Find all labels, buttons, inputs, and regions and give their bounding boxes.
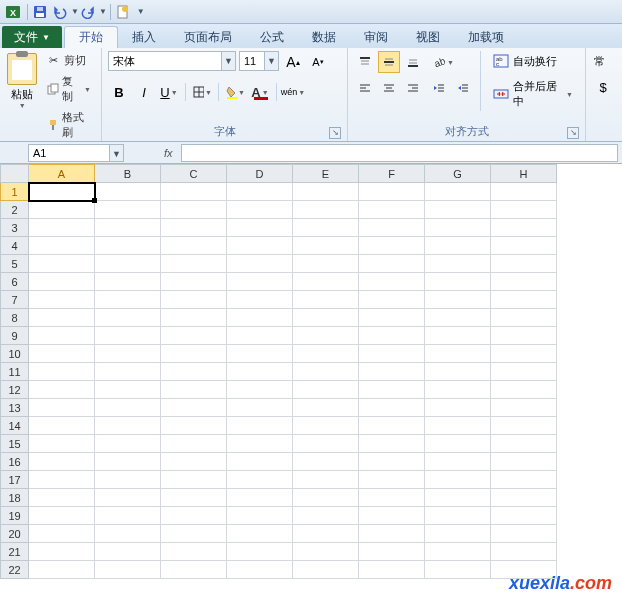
cell[interactable] (227, 471, 293, 489)
row-header[interactable]: 22 (1, 561, 29, 579)
cell[interactable] (425, 543, 491, 561)
cell[interactable] (95, 363, 161, 381)
fx-label[interactable]: fx (164, 147, 173, 159)
column-header[interactable]: A (29, 165, 95, 183)
copy-button[interactable]: 复制 ▼ (43, 72, 95, 106)
cell[interactable] (425, 417, 491, 435)
cell[interactable] (95, 471, 161, 489)
cell[interactable] (161, 507, 227, 525)
number-format-combo[interactable]: 常 (592, 51, 607, 72)
dialog-launcher-icon[interactable]: ↘ (567, 127, 579, 139)
cell[interactable] (359, 471, 425, 489)
cell[interactable] (95, 435, 161, 453)
qat-customize-icon[interactable]: ▼ (137, 7, 145, 16)
cell[interactable] (29, 273, 95, 291)
cell[interactable] (161, 183, 227, 201)
align-right-button[interactable] (402, 77, 424, 99)
cell[interactable] (359, 435, 425, 453)
orientation-button[interactable]: ab▼ (428, 51, 458, 73)
cell[interactable] (359, 453, 425, 471)
cell[interactable] (293, 201, 359, 219)
cell[interactable] (425, 525, 491, 543)
cell[interactable] (491, 201, 557, 219)
cell[interactable] (491, 543, 557, 561)
currency-button[interactable]: $ (592, 76, 614, 98)
cell[interactable] (161, 237, 227, 255)
formula-input[interactable] (181, 144, 618, 162)
save-icon[interactable] (31, 3, 49, 21)
cell[interactable] (227, 345, 293, 363)
cell[interactable] (227, 255, 293, 273)
cell[interactable] (293, 489, 359, 507)
cell[interactable] (293, 399, 359, 417)
cell[interactable] (227, 453, 293, 471)
cell[interactable] (227, 435, 293, 453)
dialog-launcher-icon[interactable]: ↘ (329, 127, 341, 139)
cell[interactable] (29, 345, 95, 363)
paste-button[interactable]: 粘贴 ▼ (6, 51, 39, 109)
cell[interactable] (161, 273, 227, 291)
cell[interactable] (161, 471, 227, 489)
cell[interactable] (491, 435, 557, 453)
cell[interactable] (491, 453, 557, 471)
cell[interactable] (29, 543, 95, 561)
cell[interactable] (95, 291, 161, 309)
cell[interactable] (95, 255, 161, 273)
cell[interactable] (29, 561, 95, 579)
tab-review[interactable]: 审阅 (350, 26, 402, 48)
cell[interactable] (29, 363, 95, 381)
cell[interactable] (293, 327, 359, 345)
cell[interactable] (425, 453, 491, 471)
cell[interactable] (95, 399, 161, 417)
row-header[interactable]: 11 (1, 363, 29, 381)
cell[interactable] (425, 399, 491, 417)
underline-button[interactable]: U▼ (158, 81, 180, 103)
cell[interactable] (227, 561, 293, 579)
cell[interactable] (161, 399, 227, 417)
row-header[interactable]: 16 (1, 453, 29, 471)
cell[interactable] (29, 435, 95, 453)
cell[interactable] (29, 399, 95, 417)
row-header[interactable]: 6 (1, 273, 29, 291)
cell[interactable] (29, 291, 95, 309)
cell[interactable] (359, 291, 425, 309)
cell[interactable] (425, 327, 491, 345)
column-header[interactable]: B (95, 165, 161, 183)
cell[interactable] (227, 381, 293, 399)
cell[interactable] (95, 327, 161, 345)
cell[interactable] (161, 345, 227, 363)
cell[interactable] (161, 525, 227, 543)
cell[interactable] (293, 543, 359, 561)
cell[interactable] (227, 237, 293, 255)
cell[interactable] (359, 507, 425, 525)
row-header[interactable]: 1 (1, 183, 29, 201)
cell[interactable] (95, 489, 161, 507)
row-header[interactable]: 12 (1, 381, 29, 399)
cell[interactable] (491, 309, 557, 327)
wrap-text-button[interactable]: abc 自动换行 (487, 51, 579, 71)
cell[interactable] (359, 561, 425, 579)
cell[interactable] (161, 543, 227, 561)
cell[interactable] (95, 345, 161, 363)
cell[interactable] (161, 255, 227, 273)
cell[interactable] (425, 345, 491, 363)
cell[interactable] (425, 255, 491, 273)
cell[interactable] (425, 183, 491, 201)
cell[interactable] (491, 183, 557, 201)
cell[interactable] (359, 345, 425, 363)
tab-data[interactable]: 数据 (298, 26, 350, 48)
row-header[interactable]: 15 (1, 435, 29, 453)
merge-center-button[interactable]: 合并后居中 ▼ (487, 77, 579, 111)
cell[interactable] (95, 381, 161, 399)
increase-indent-button[interactable] (452, 77, 474, 99)
cell[interactable] (29, 417, 95, 435)
align-middle-button[interactable] (378, 51, 400, 73)
cell[interactable] (491, 525, 557, 543)
row-header[interactable]: 5 (1, 255, 29, 273)
bold-button[interactable]: B (108, 81, 130, 103)
redo-icon[interactable] (79, 3, 97, 21)
tab-insert[interactable]: 插入 (118, 26, 170, 48)
row-header[interactable]: 3 (1, 219, 29, 237)
cell[interactable] (491, 273, 557, 291)
cell[interactable] (425, 471, 491, 489)
